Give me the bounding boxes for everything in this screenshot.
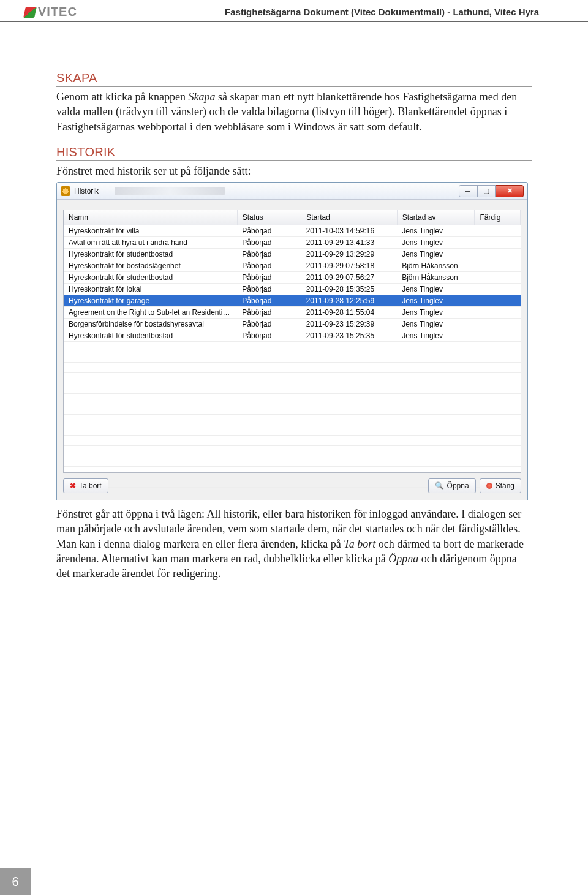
cell-done [475, 272, 521, 284]
table-row-empty [64, 425, 521, 436]
cell-done [475, 330, 521, 342]
cell-started: 2011-09-29 13:29:29 [301, 249, 398, 260]
table-row[interactable]: Hyreskontrakt för bostadslägenhetPåbörja… [64, 260, 521, 272]
cell-done [475, 307, 521, 319]
table-row-empty [64, 383, 521, 394]
cell-by: Jens Tinglev [397, 307, 475, 319]
close-button-label: Stäng [496, 481, 514, 490]
logo-mark-icon [23, 7, 37, 18]
document-title: Fastighetsägarna Dokument (Vitec Dokumen… [225, 7, 539, 17]
page-header: VITEC Fastighetsägarna Dokument (Vitec D… [0, 0, 588, 22]
cell-started: 2011-09-28 12:25:59 [301, 295, 398, 307]
cell-done [475, 237, 521, 249]
cell-status: Påbörjad [237, 272, 301, 284]
cell-name: Hyreskontrakt för studentbostad [64, 272, 237, 284]
cell-started: 2011-09-23 15:29:39 [301, 319, 398, 330]
cell-by: Jens Tinglev [397, 249, 475, 260]
page-content: SKAPA Genom att klicka på knappen Skapa … [0, 22, 588, 605]
delete-button[interactable]: ✖ Ta bort [63, 478, 108, 493]
cell-started: 2011-09-28 15:35:25 [301, 284, 398, 295]
dialog-footer: ✖ Ta bort 🔍 Öppna Stäng [63, 477, 521, 495]
cell-by: Jens Tinglev [397, 330, 475, 342]
cell-started: 2011-09-29 07:56:27 [301, 272, 398, 284]
cell-started: 2011-10-03 14:59:16 [301, 225, 398, 237]
paragraph-historik-intro: Fönstret med historik ser ut på följande… [56, 164, 532, 178]
emphasis-skapa: Skapa [188, 91, 215, 103]
paragraph-historik-after: Fönstret går att öppna i två lägen: All … [56, 507, 532, 581]
col-header-done[interactable]: Färdig [475, 210, 521, 225]
historik-dialog: Historik ─ ▢ ✕ Namn Status Startad Start [56, 182, 528, 500]
text: Genom att klicka på knappen [56, 91, 188, 103]
cell-name: Hyreskontrakt för studentbostad [64, 249, 237, 260]
table-row-empty [64, 373, 521, 383]
cell-by: Jens Tinglev [397, 319, 475, 330]
cell-status: Påbörjad [237, 225, 301, 237]
historik-table[interactable]: Namn Status Startad Startad av Färdig Hy… [64, 210, 521, 488]
cell-name: Hyreskontrakt för lokal [64, 284, 237, 295]
window-buttons: ─ ▢ ✕ [459, 185, 524, 197]
col-header-name[interactable]: Namn [64, 210, 237, 225]
table-row[interactable]: Hyreskontrakt för studentbostadPåbörjad2… [64, 330, 521, 342]
cell-done [475, 284, 521, 295]
heading-historik: HISTORIK [56, 145, 532, 161]
table-row-empty [64, 467, 521, 477]
emphasis-tabort: Ta bort [344, 538, 375, 550]
table-row[interactable]: Borgensförbindelse för bostadshyresavtal… [64, 319, 521, 330]
cell-status: Påbörjad [237, 295, 301, 307]
table-row[interactable]: Hyreskontrakt för garagePåbörjad2011-09-… [64, 295, 521, 307]
magnifier-icon: 🔍 [435, 481, 444, 490]
cell-name: Hyreskontrakt för studentbostad [64, 330, 237, 342]
stop-icon [486, 483, 492, 489]
heading-skapa: SKAPA [56, 71, 532, 87]
cell-by: Björn Håkansson [397, 260, 475, 272]
col-header-by[interactable]: Startad av [397, 210, 475, 225]
cell-name: Borgensförbindelse för bostadshyresavtal [64, 319, 237, 330]
close-button[interactable]: Stäng [480, 478, 521, 493]
cell-started: 2011-09-28 11:55:04 [301, 307, 398, 319]
table-row[interactable]: Hyreskontrakt för lokalPåbörjad2011-09-2… [64, 284, 521, 295]
cell-status: Påbörjad [237, 249, 301, 260]
dialog-titlebar: Historik ─ ▢ ✕ [57, 183, 527, 200]
delete-x-icon: ✖ [70, 481, 76, 490]
cell-by: Jens Tinglev [397, 295, 475, 307]
logo-text: VITEC [38, 5, 77, 19]
table-row-empty [64, 394, 521, 404]
window-maximize-button[interactable]: ▢ [477, 185, 496, 197]
table-row-empty [64, 342, 521, 352]
cell-by: Jens Tinglev [397, 225, 475, 237]
table-row-empty [64, 456, 521, 467]
col-header-started[interactable]: Startad [301, 210, 398, 225]
table-row-empty [64, 352, 521, 363]
titlebar-blur-icon [115, 187, 225, 195]
cell-name: Hyreskontrakt för bostadslägenhet [64, 260, 237, 272]
cell-started: 2011-09-29 07:58:18 [301, 260, 398, 272]
brand-logo: VITEC [24, 5, 77, 19]
col-header-status[interactable]: Status [237, 210, 301, 225]
table-header-row[interactable]: Namn Status Startad Startad av Färdig [64, 210, 521, 225]
open-button[interactable]: 🔍 Öppna [428, 478, 476, 493]
cell-by: Jens Tinglev [397, 284, 475, 295]
paragraph-skapa: Genom att klicka på knappen Skapa så ska… [56, 89, 532, 134]
cell-done [475, 319, 521, 330]
window-minimize-button[interactable]: ─ [459, 185, 477, 197]
historik-table-container: Namn Status Startad Startad av Färdig Hy… [63, 210, 521, 473]
table-row-empty [64, 404, 521, 415]
table-row[interactable]: Agreement on the Right to Sub-let an Res… [64, 307, 521, 319]
cell-started: 2011-09-29 13:41:33 [301, 237, 398, 249]
window-close-button[interactable]: ✕ [496, 185, 524, 197]
cell-status: Påbörjad [237, 330, 301, 342]
table-row[interactable]: Avtal om rätt att hyra ut i andra handPå… [64, 237, 521, 249]
cell-done [475, 260, 521, 272]
cell-status: Påbörjad [237, 284, 301, 295]
cell-by: Björn Håkansson [397, 272, 475, 284]
cell-done [475, 249, 521, 260]
table-row[interactable]: Hyreskontrakt för villaPåbörjad2011-10-0… [64, 225, 521, 237]
cell-by: Jens Tinglev [397, 237, 475, 249]
table-row[interactable]: Hyreskontrakt för studentbostadPåbörjad2… [64, 249, 521, 260]
cell-status: Påbörjad [237, 319, 301, 330]
table-row-empty [64, 446, 521, 456]
table-row[interactable]: Hyreskontrakt för studentbostadPåbörjad2… [64, 272, 521, 284]
dialog-title: Historik [74, 187, 99, 195]
dialog-app-icon [61, 186, 70, 196]
table-row-empty [64, 436, 521, 446]
